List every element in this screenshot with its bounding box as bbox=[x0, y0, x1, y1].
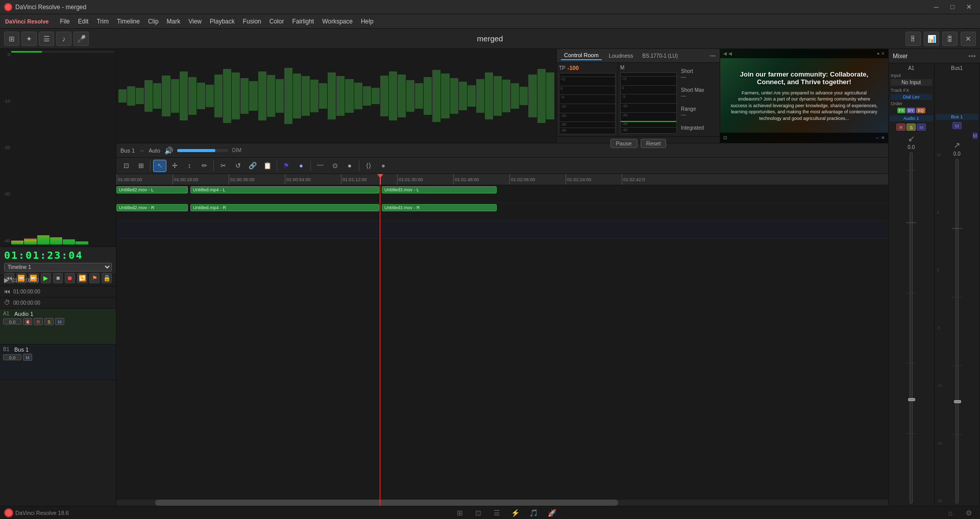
cr-action-buttons: Pause Reset bbox=[557, 137, 720, 150]
control-room-tab[interactable]: Control Room bbox=[561, 51, 602, 60]
timeline-selector[interactable]: Timeline 1 bbox=[4, 263, 112, 271]
toolbar-separator-4 bbox=[310, 161, 311, 171]
track-a1-r[interactable]: R bbox=[34, 318, 43, 325]
track-b1-fader[interactable]: 0.0 bbox=[3, 354, 21, 360]
mixer-bus1-m-button[interactable]: M bbox=[952, 122, 962, 129]
pan-knob[interactable]: ↙ bbox=[908, 134, 915, 143]
clip-untitled2-R[interactable]: Untitled2.mov - R bbox=[116, 204, 188, 211]
menu-edit[interactable]: Edit bbox=[74, 16, 93, 27]
track-a1-s[interactable]: S bbox=[44, 318, 54, 325]
maximize-button[interactable]: □ bbox=[945, 2, 960, 12]
mixer-channel-a1: A1 Input No Input Track FX Dial Lev Orde… bbox=[889, 63, 935, 506]
mixer-more-button[interactable]: ••• bbox=[968, 52, 976, 60]
media-pool-button[interactable]: ⊞ bbox=[4, 32, 19, 46]
minimize-button[interactable]: ─ bbox=[929, 2, 943, 12]
pause-button[interactable]: Pause bbox=[610, 139, 638, 148]
toolbar-separator-2 bbox=[213, 161, 214, 171]
track-a1-m[interactable]: M bbox=[55, 318, 64, 325]
track-b1-m[interactable]: M bbox=[23, 354, 32, 361]
volume-slider[interactable] bbox=[177, 149, 228, 152]
window-title: DaVinci Resolve - merged bbox=[15, 4, 86, 11]
clip-untitled2-L[interactable]: Untitled2.mov - L bbox=[116, 186, 188, 193]
menu-clip[interactable]: Clip bbox=[144, 16, 163, 27]
select-tool-button[interactable]: ↖ bbox=[153, 160, 166, 172]
dot-button[interactable]: ● bbox=[343, 160, 356, 172]
clip-mp4-L[interactable]: Untitled.mp4 - L bbox=[190, 186, 379, 193]
mixer-ch-a1-route[interactable]: Audio 1 bbox=[890, 115, 933, 121]
index-button[interactable]: ☰ bbox=[39, 32, 54, 46]
clip-status-btn[interactable]: ⊡ bbox=[471, 507, 485, 518]
audio-effects-button[interactable]: ♪ bbox=[56, 32, 71, 46]
settings-button[interactable]: ✕ bbox=[961, 32, 976, 46]
settings-status-btn[interactable]: ⚙ bbox=[962, 507, 976, 518]
waveform-button[interactable]: 〰 bbox=[313, 160, 327, 172]
mixer-r-button[interactable]: R bbox=[896, 123, 905, 131]
eq-button[interactable]: EQ bbox=[916, 108, 925, 113]
menu-help[interactable]: Help bbox=[357, 16, 378, 27]
cr-more-button[interactable]: ••• bbox=[709, 53, 716, 59]
playhead-ruler bbox=[380, 174, 381, 185]
view-mode-1-button[interactable]: ⊡ bbox=[119, 160, 133, 172]
fader-track-bus1[interactable]: 10 5 0 -5 -10 -20 -30 bbox=[936, 159, 979, 504]
effects-button[interactable]: ✦ bbox=[21, 32, 37, 46]
menu-mark[interactable]: Mark bbox=[163, 16, 185, 27]
meter-view-button[interactable]: 📊 bbox=[924, 32, 939, 46]
preview-thumbnail: ◀ ◀ ● ✕ Join our farmer community: Colla… bbox=[720, 49, 888, 143]
end-button[interactable]: ● bbox=[377, 160, 390, 172]
snap-button[interactable]: ⊙ bbox=[328, 160, 341, 172]
fader-track-a1[interactable]: 10 5 0 -5 -10 -20 -30 bbox=[890, 152, 933, 504]
app-branding: DaVinci Resolve 18.6 bbox=[4, 508, 69, 517]
timeline-scrollbar[interactable] bbox=[116, 500, 888, 506]
flag-color-button[interactable]: ⚑ bbox=[280, 160, 293, 172]
link-button[interactable]: 🔗 bbox=[246, 160, 259, 172]
fusion-status-btn[interactable]: ⚡ bbox=[508, 507, 522, 518]
smooth-button[interactable]: ↺ bbox=[231, 160, 244, 172]
edit-status-btn[interactable]: ☰ bbox=[489, 507, 504, 518]
menu-trim[interactable]: Trim bbox=[92, 16, 113, 27]
menu-timeline[interactable]: Timeline bbox=[113, 16, 144, 27]
fairlight-status-btn[interactable]: 🎵 bbox=[526, 507, 541, 518]
flag-clip-button[interactable]: 📋 bbox=[261, 160, 274, 172]
record-button[interactable]: 🎤 bbox=[74, 32, 89, 46]
bus-volume-bar: Bus 1 → Auto 🔊 DIM bbox=[116, 143, 888, 158]
clip-untitled3-R[interactable]: Untitled3.mov - R bbox=[382, 204, 497, 211]
fx-button[interactable]: FX bbox=[897, 108, 905, 113]
mixer-ch-a1-input-value[interactable]: No Input bbox=[891, 79, 932, 86]
source-button[interactable]: ⟨⟩ bbox=[362, 160, 375, 172]
clip-untitled3-L[interactable]: Untitled3.mov - L bbox=[382, 186, 497, 193]
dy-button[interactable]: DY bbox=[906, 108, 915, 113]
mixer-view-button[interactable]: 🎚 bbox=[905, 32, 921, 46]
mixer-s-button[interactable]: S bbox=[906, 123, 916, 131]
center-panel: Control Room Loudness BS.1770-1 (LU) •••… bbox=[116, 49, 888, 506]
menu-fairlight[interactable]: Fairlight bbox=[288, 16, 318, 27]
blade-tool-button[interactable]: ✏ bbox=[198, 160, 211, 172]
cut-button[interactable]: ✂ bbox=[216, 160, 230, 172]
bus1-pan-knob[interactable]: ↗ bbox=[953, 140, 960, 150]
clip-mp4-R[interactable]: Untitled.mp4 - R bbox=[190, 204, 379, 211]
mixer-ch-a1-label: A1 bbox=[908, 65, 914, 71]
home-status-btn[interactable]: ⌂ bbox=[943, 507, 958, 518]
deliver-status-btn[interactable]: 🚀 bbox=[545, 507, 559, 518]
menu-fusion[interactable]: Fusion bbox=[239, 16, 265, 27]
reset-button[interactable]: Reset bbox=[641, 139, 667, 148]
mixer-bus1-m2-button[interactable]: M bbox=[973, 133, 978, 139]
menu-color[interactable]: Color bbox=[265, 16, 288, 27]
track-a1-fader[interactable]: 0.0 bbox=[3, 318, 21, 325]
loudness-tab[interactable]: Loudness bbox=[606, 52, 636, 60]
media-pool-status-btn[interactable]: ⊞ bbox=[453, 507, 467, 518]
menu-view[interactable]: View bbox=[184, 16, 206, 27]
close-button[interactable]: ✕ bbox=[962, 2, 976, 12]
menu-workspace[interactable]: Workspace bbox=[318, 16, 357, 27]
marker-button[interactable]: ● bbox=[295, 160, 308, 172]
ruler-tick-6: 01:01:48:00 bbox=[453, 174, 479, 185]
effects-view-button[interactable]: 🎛 bbox=[942, 32, 958, 46]
mixer-m-button[interactable]: M bbox=[917, 123, 926, 131]
mixer-ch-bus1-route[interactable]: Bus 1 bbox=[936, 114, 979, 120]
add-tool-button[interactable]: ✛ bbox=[168, 160, 181, 172]
mixer-ch-a1-trackfx-value[interactable]: Dial Lev bbox=[891, 94, 932, 100]
view-mode-2-button[interactable]: ⊞ bbox=[134, 160, 148, 172]
menu-file[interactable]: File bbox=[56, 16, 74, 27]
menu-playback[interactable]: Playback bbox=[206, 16, 239, 27]
timeline-ruler[interactable]: 01:00:00:00 01:00:18:00 01:00:36:00 01:0… bbox=[116, 174, 888, 185]
track-select-button[interactable]: ↕ bbox=[183, 160, 196, 172]
